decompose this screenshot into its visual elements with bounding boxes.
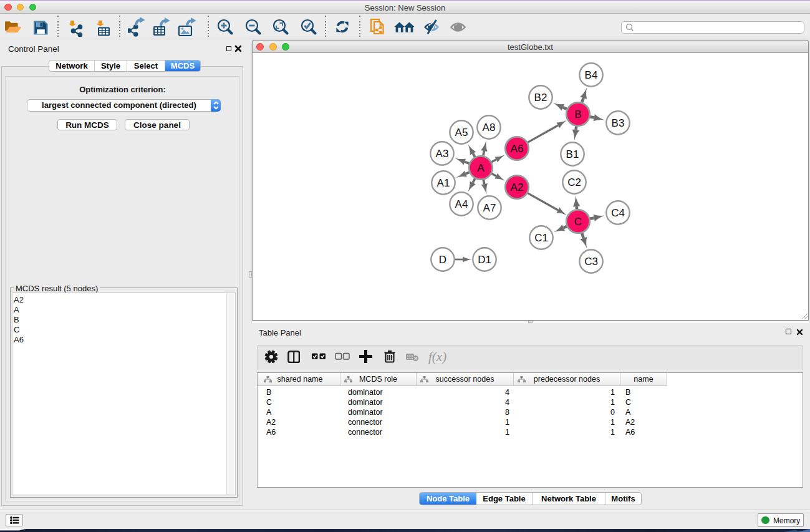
svg-text:C: C (574, 216, 582, 228)
svg-text:C3: C3 (584, 256, 598, 268)
svg-text:B: B (574, 109, 581, 120)
svg-text:C4: C4 (611, 207, 625, 219)
svg-text:A5: A5 (455, 127, 468, 138)
svg-text:D1: D1 (478, 254, 491, 266)
svg-text:B1: B1 (566, 148, 579, 160)
svg-text:A2: A2 (511, 181, 524, 193)
svg-text:A7: A7 (483, 202, 496, 214)
svg-text:D: D (439, 254, 446, 266)
svg-text:C1: C1 (534, 232, 548, 244)
svg-text:B3: B3 (612, 117, 625, 129)
svg-text:A8: A8 (483, 122, 496, 133)
svg-text:B4: B4 (585, 69, 598, 81)
svg-text:A3: A3 (436, 148, 449, 160)
svg-text:A4: A4 (455, 198, 468, 210)
svg-text:B2: B2 (534, 92, 547, 104)
svg-text:A6: A6 (511, 143, 524, 155)
svg-text:A: A (477, 162, 485, 174)
svg-text:C2: C2 (567, 177, 581, 188)
svg-text:A1: A1 (437, 177, 450, 189)
